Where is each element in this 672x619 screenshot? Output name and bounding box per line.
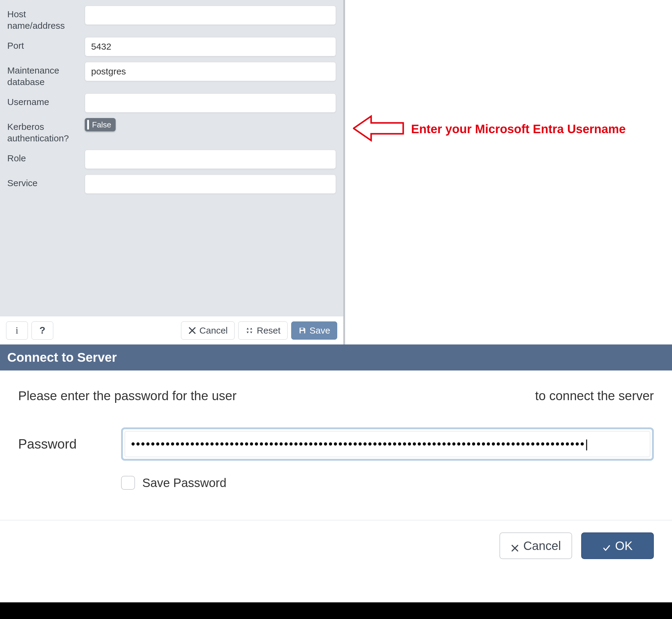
service-input[interactable]: [85, 175, 336, 194]
connect-message-suffix: to connect the server: [535, 389, 654, 403]
kerberos-toggle[interactable]: False: [85, 118, 116, 131]
svg-marker-2: [353, 116, 403, 140]
annotation-arrow-icon: [353, 114, 404, 144]
close-icon: [188, 326, 196, 335]
reset-button[interactable]: Reset: [238, 322, 287, 340]
info-button[interactable]: i: [6, 322, 28, 340]
dialog-cancel-button[interactable]: Cancel: [499, 533, 572, 559]
password-input[interactable]: [125, 431, 650, 457]
host-label: Host name/address: [7, 5, 85, 31]
reset-button-label: Reset: [257, 325, 280, 336]
dialog-ok-label: OK: [615, 539, 633, 553]
dialog-ok-button[interactable]: OK: [581, 533, 654, 559]
port-label: Port: [7, 37, 85, 52]
svg-rect-1: [300, 331, 304, 333]
svg-rect-0: [300, 328, 303, 330]
service-label: Service: [7, 175, 85, 189]
connect-message: Please enter the password for the user t…: [18, 389, 654, 403]
bottom-black-strip: [0, 602, 672, 619]
dialog-cancel-label: Cancel: [523, 539, 561, 553]
cancel-button-label: Cancel: [199, 325, 228, 336]
port-input[interactable]: [85, 37, 336, 56]
role-input[interactable]: [85, 149, 336, 169]
server-connection-form: Host name/address Port Maintenance datab…: [0, 0, 343, 316]
role-label: Role: [7, 149, 85, 164]
close-icon: [511, 542, 519, 550]
connect-dialog-title: Connect to Server: [0, 344, 672, 370]
kerberos-label: Kerberos authentication?: [7, 118, 85, 144]
host-input[interactable]: [85, 5, 336, 25]
toggle-handle-icon: [87, 120, 89, 130]
username-label: Username: [7, 93, 85, 108]
password-label: Password: [18, 436, 121, 452]
save-password-checkbox[interactable]: [121, 476, 135, 490]
save-button-label: Save: [310, 325, 330, 336]
help-icon: ?: [39, 325, 46, 336]
connect-to-server-dialog: Connect to Server Please enter the passw…: [0, 344, 672, 559]
connect-dialog-footer: Cancel OK: [0, 520, 672, 559]
recycle-icon: [245, 326, 254, 335]
info-icon: i: [16, 325, 18, 336]
server-connection-panel: Host name/address Port Maintenance datab…: [0, 0, 345, 344]
password-field-focus-ring: [121, 427, 654, 461]
maintdb-label: Maintenance database: [7, 62, 85, 88]
cancel-button[interactable]: Cancel: [181, 322, 234, 340]
username-input[interactable]: [85, 93, 336, 113]
connect-message-prefix: Please enter the password for the user: [18, 389, 237, 403]
server-action-bar: i ? Cancel Reset Save: [0, 316, 343, 344]
maintdb-input[interactable]: [85, 62, 336, 81]
save-icon: [298, 326, 307, 335]
save-password-label: Save Password: [142, 476, 226, 490]
kerberos-toggle-text: False: [92, 120, 112, 130]
check-icon: [602, 542, 611, 550]
save-button[interactable]: Save: [291, 322, 337, 340]
annotation-text: Enter your Microsoft Entra Username: [411, 122, 626, 136]
help-button[interactable]: ?: [31, 322, 53, 340]
